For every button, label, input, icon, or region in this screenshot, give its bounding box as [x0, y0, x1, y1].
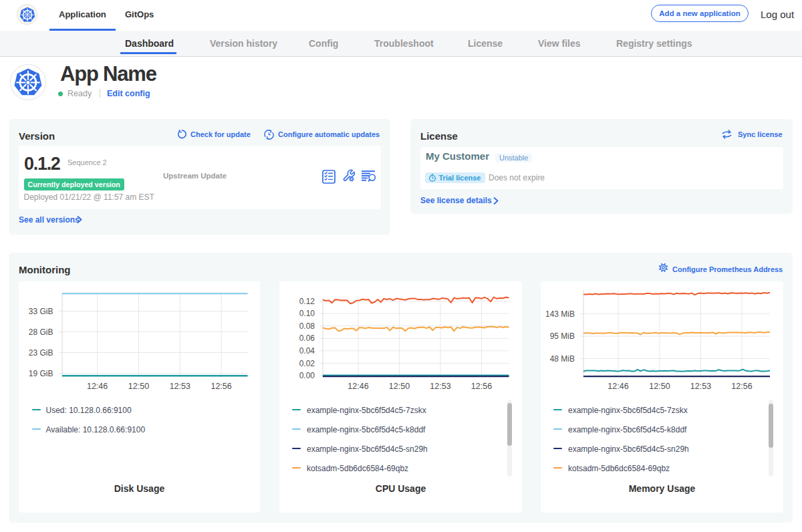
svg-text:0.02: 0.02 [299, 358, 315, 368]
svg-text:12:50: 12:50 [649, 381, 670, 390]
svg-text:12:56: 12:56 [471, 381, 492, 390]
svg-text:0.06: 0.06 [299, 334, 315, 343]
svg-text:143 MiB: 143 MiB [545, 309, 575, 318]
svg-text:12:46: 12:46 [608, 381, 628, 390]
svg-text:12:56: 12:56 [211, 381, 231, 390]
svg-text:28 GiB: 28 GiB [29, 327, 53, 336]
svg-text:0.08: 0.08 [299, 321, 315, 330]
svg-text:12:53: 12:53 [690, 381, 711, 390]
svg-text:12:46: 12:46 [348, 381, 368, 390]
svg-text:33 GiB: 33 GiB [29, 306, 53, 315]
svg-text:23 GiB: 23 GiB [29, 348, 53, 357]
svg-text:95 MiB: 95 MiB [550, 331, 575, 341]
svg-text:0.04: 0.04 [299, 346, 315, 355]
svg-text:0.00: 0.00 [299, 371, 315, 380]
svg-text:0.12: 0.12 [299, 296, 315, 305]
svg-text:19 GiB: 19 GiB [29, 368, 53, 378]
svg-text:12:53: 12:53 [430, 381, 450, 390]
svg-text:12:50: 12:50 [128, 381, 149, 390]
svg-text:48 MiB: 48 MiB [550, 354, 575, 363]
svg-text:12:53: 12:53 [170, 381, 190, 390]
svg-text:12:50: 12:50 [389, 381, 410, 390]
svg-text:12:46: 12:46 [87, 381, 108, 390]
svg-text:0.10: 0.10 [299, 309, 315, 318]
svg-text:12:56: 12:56 [731, 381, 752, 390]
